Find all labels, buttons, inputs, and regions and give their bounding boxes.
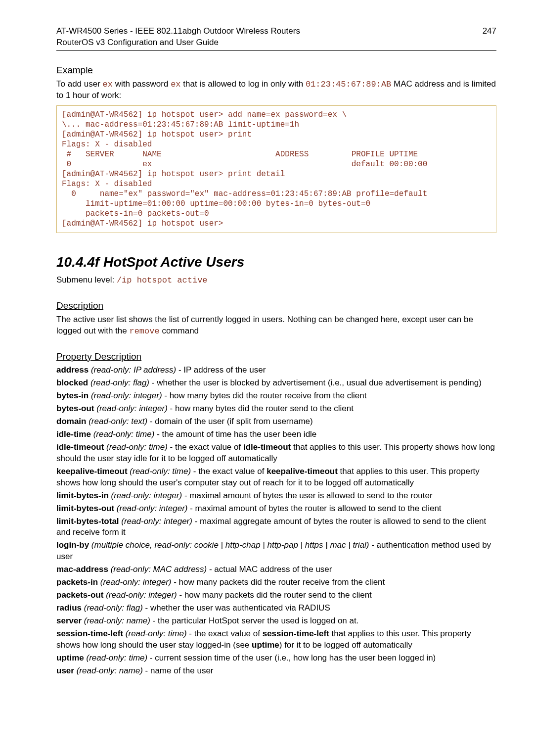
prop-keepalive-timeout: keepalive-timeout (read-only: time) - th… bbox=[56, 466, 496, 489]
section-title: 10.4.4f HotSpot Active Users bbox=[56, 253, 496, 272]
header-divider bbox=[56, 50, 496, 51]
prop-login-by: login-by (multiple choice, read-only: co… bbox=[56, 540, 496, 563]
page-number: 247 bbox=[483, 26, 496, 37]
property-description-heading: Property Description bbox=[56, 350, 496, 363]
prop-limit-bytes-out: limit-bytes-out (read-only: integer) - m… bbox=[56, 503, 496, 515]
description-heading: Description bbox=[56, 299, 496, 312]
page-content: AT-WR4500 Series - IEEE 802.11abgh Outdo… bbox=[0, 0, 534, 708]
prop-limit-bytes-in: limit-bytes-in (read-only: integer) - ma… bbox=[56, 490, 496, 502]
submenu-level: Submenu level: /ip hotspot active bbox=[56, 275, 496, 286]
header-title: AT-WR4500 Series - IEEE 802.11abgh Outdo… bbox=[56, 26, 300, 48]
page-header: AT-WR4500 Series - IEEE 802.11abgh Outdo… bbox=[56, 26, 496, 48]
example-code: [admin@AT-WR4562] ip hotspot user> add n… bbox=[56, 105, 496, 233]
example-mac: 01:23:45:67:89:AB bbox=[306, 80, 391, 89]
example-heading: Example bbox=[56, 64, 496, 77]
prop-idle-timeout: idle-timeout (read-only: time) - the exa… bbox=[56, 442, 496, 465]
prop-uptime: uptime (read-only: time) - current sessi… bbox=[56, 653, 496, 664]
prop-bytes-in: bytes-in (read-only: integer) - how many… bbox=[56, 390, 496, 402]
prop-limit-bytes-total: limit-bytes-total (read-only: integer) -… bbox=[56, 516, 496, 539]
example-user: ex bbox=[103, 80, 113, 89]
prop-radius: radius (read-only: flag) - whether the u… bbox=[56, 603, 496, 614]
prop-session-time-left: session-time-left (read-only: time) - th… bbox=[56, 628, 496, 651]
prop-bytes-out: bytes-out (read-only: integer) - how man… bbox=[56, 403, 496, 415]
prop-domain: domain (read-only: text) - domain of the… bbox=[56, 416, 496, 427]
prop-packets-out: packets-out (read-only: integer) - how m… bbox=[56, 590, 496, 601]
prop-idle-time: idle-time (read-only: time) - the amount… bbox=[56, 429, 496, 440]
example-pass: ex bbox=[171, 80, 180, 89]
prop-mac-address: mac-address (read-only: MAC address) - a… bbox=[56, 564, 496, 575]
example-intro: To add user ex with password ex that is … bbox=[56, 79, 496, 102]
property-list: address (read-only: IP address) - IP add… bbox=[56, 365, 496, 676]
prop-blocked: blocked (read-only: flag) - whether the … bbox=[56, 378, 496, 389]
prop-packets-in: packets-in (read-only: integer) - how ma… bbox=[56, 577, 496, 588]
prop-address: address (read-only: IP address) - IP add… bbox=[56, 365, 496, 376]
description-body: The active user list shows the list of c… bbox=[56, 314, 496, 337]
prop-server: server (read-only: name) - the particula… bbox=[56, 615, 496, 627]
prop-user: user (read-only: name) - name of the use… bbox=[56, 665, 496, 677]
